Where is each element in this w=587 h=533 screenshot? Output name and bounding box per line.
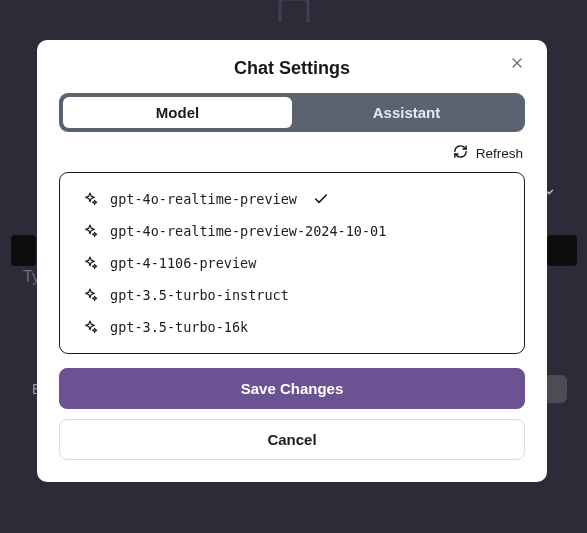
chat-bubble-icon bbox=[272, 0, 316, 26]
background-strip bbox=[547, 235, 577, 266]
model-name: gpt-3.5-turbo-16k bbox=[110, 319, 248, 335]
refresh-icon bbox=[453, 144, 468, 162]
modal-header: Chat Settings bbox=[59, 58, 525, 79]
refresh-label: Refresh bbox=[476, 146, 523, 161]
save-button[interactable]: Save Changes bbox=[59, 368, 525, 409]
tab-assistant[interactable]: Assistant bbox=[292, 97, 521, 128]
model-option[interactable]: gpt-4-1106-preview bbox=[60, 247, 524, 279]
check-icon bbox=[313, 191, 329, 207]
sparkle-icon bbox=[82, 287, 98, 303]
tab-switcher: Model Assistant bbox=[59, 93, 525, 132]
model-name: gpt-3.5-turbo-instruct bbox=[110, 287, 289, 303]
model-list: gpt-4o-realtime-preview gpt-4o-realtime-… bbox=[59, 172, 525, 354]
close-icon bbox=[509, 55, 525, 74]
sparkle-icon bbox=[82, 191, 98, 207]
cancel-button[interactable]: Cancel bbox=[59, 419, 525, 460]
refresh-button[interactable]: Refresh bbox=[453, 144, 523, 162]
sparkle-icon bbox=[82, 223, 98, 239]
model-name: gpt-4o-realtime-preview bbox=[110, 191, 297, 207]
model-name: gpt-4-1106-preview bbox=[110, 255, 256, 271]
background-strip bbox=[11, 235, 36, 266]
model-option[interactable]: gpt-3.5-turbo-instruct bbox=[60, 279, 524, 311]
refresh-row: Refresh bbox=[59, 144, 525, 162]
model-option[interactable]: gpt-3.5-turbo-16k bbox=[60, 311, 524, 343]
model-option[interactable]: gpt-4o-realtime-preview bbox=[60, 183, 524, 215]
chat-settings-modal: Chat Settings Model Assistant Refresh bbox=[37, 40, 547, 482]
model-option[interactable]: gpt-4o-realtime-preview-2024-10-01 bbox=[60, 215, 524, 247]
tab-model[interactable]: Model bbox=[63, 97, 292, 128]
sparkle-icon bbox=[82, 255, 98, 271]
modal-title: Chat Settings bbox=[59, 58, 525, 79]
model-name: gpt-4o-realtime-preview-2024-10-01 bbox=[110, 223, 386, 239]
close-button[interactable] bbox=[503, 50, 531, 78]
sparkle-icon bbox=[82, 319, 98, 335]
